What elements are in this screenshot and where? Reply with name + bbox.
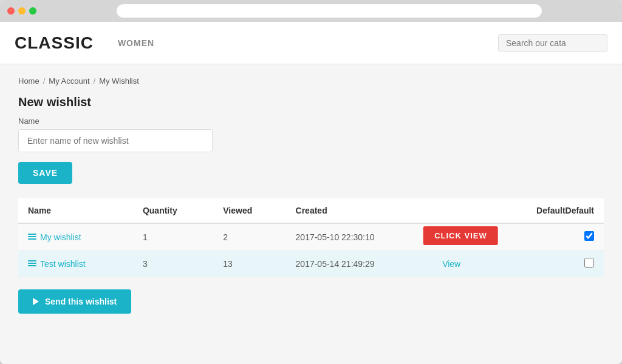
row1-view-cell: CLICK VIEW View (432, 223, 489, 251)
col-actions (432, 198, 489, 223)
table-container: Name Quantity Viewed Created DefaultDefa… (18, 198, 604, 277)
send-button-label: Send this wishlist (45, 297, 117, 306)
table-header-row: Name Quantity Viewed Created DefaultDefa… (18, 198, 604, 223)
breadcrumb-home[interactable]: Home (18, 76, 39, 86)
send-icon (33, 298, 39, 305)
breadcrumb-my-account[interactable]: My Account (49, 76, 89, 86)
site-logo[interactable]: CLASSIC (15, 33, 94, 53)
dot-yellow[interactable] (18, 7, 26, 15)
col-created: Created (286, 198, 433, 223)
site-nav: WOMEN (118, 38, 498, 48)
site-header: CLASSIC WOMEN (0, 22, 622, 64)
col-name: Name (18, 198, 133, 223)
wishlist-link-2[interactable]: Test wishlist (28, 259, 123, 269)
page-title: New wishlist (18, 95, 604, 109)
form-name-label: Name (18, 116, 604, 126)
main-content: Home / My Account / My Wishlist New wish… (0, 64, 622, 364)
browser-titlebar (0, 0, 622, 22)
breadcrumb-my-wishlist: My Wishlist (99, 76, 139, 86)
row2-quantity: 3 (133, 251, 213, 277)
list-icon-2 (28, 260, 36, 268)
col-viewed: Viewed (213, 198, 285, 223)
breadcrumb-sep-2: / (94, 76, 96, 86)
view-tooltip-container: CLICK VIEW View (442, 232, 479, 242)
row1-created: 2017-05-10 22:30:10 (286, 223, 433, 251)
row1-default-cell (489, 223, 604, 251)
dot-red[interactable] (7, 7, 15, 15)
wishlist-table: Name Quantity Viewed Created DefaultDefa… (18, 198, 604, 277)
browser-window: CLASSIC WOMEN Home / My Account / My Wis… (0, 0, 622, 364)
row1-name: My wishlist (18, 223, 133, 251)
row2-name: Test wishlist (18, 251, 133, 277)
browser-dots (7, 7, 36, 15)
breadcrumb-sep-1: / (43, 76, 46, 86)
nav-women[interactable]: WOMEN (118, 38, 154, 48)
view-link-2[interactable]: View (442, 259, 460, 269)
wishlist-name-input[interactable] (18, 129, 213, 152)
default-checkbox-1[interactable] (584, 231, 594, 241)
col-default: DefaultDefault (489, 198, 604, 223)
wishlist-link-1[interactable]: My wishlist (28, 232, 123, 242)
table-row: Test wishlist 3 13 2017-05-14 21:49:29 V… (18, 251, 604, 277)
row1-quantity: 1 (133, 223, 213, 251)
row2-created: 2017-05-14 21:49:29 (286, 251, 433, 277)
send-wishlist-button[interactable]: Send this wishlist (18, 289, 131, 314)
search-input[interactable] (498, 34, 607, 52)
browser-content: CLASSIC WOMEN Home / My Account / My Wis… (0, 22, 622, 364)
default-checkbox-2[interactable] (584, 258, 594, 268)
save-button[interactable]: SAVE (18, 162, 72, 184)
col-quantity: Quantity (133, 198, 213, 223)
list-icon-1 (28, 234, 36, 241)
row1-viewed: 2 (213, 223, 285, 251)
url-bar[interactable] (117, 4, 542, 18)
row2-view-cell: View (432, 251, 489, 277)
table-row: My wishlist 1 2 2017-05-10 22:30:10 CLIC… (18, 223, 604, 251)
click-view-tooltip: CLICK VIEW (423, 226, 498, 245)
breadcrumb: Home / My Account / My Wishlist (18, 76, 604, 86)
row2-default-cell (489, 251, 604, 277)
row2-viewed: 13 (213, 251, 285, 277)
dot-green[interactable] (29, 7, 36, 15)
